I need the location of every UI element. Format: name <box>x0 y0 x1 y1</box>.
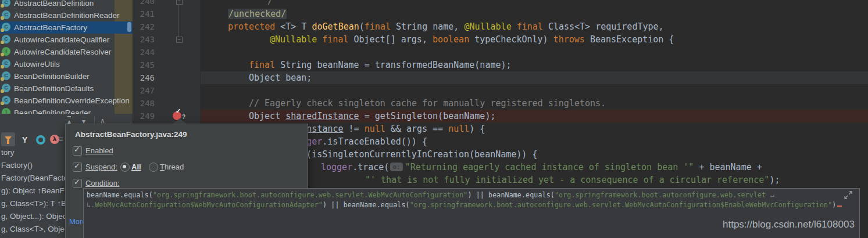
sidebar-item[interactable]: CBeanDefinitionOverrideException <box>0 95 133 107</box>
sidebar-item-label: AbstractBeanDefinition <box>14 0 94 9</box>
code-token: null <box>448 124 469 134</box>
code-token: = getSingleton(beanName); <box>359 111 496 121</box>
code-token: String beanName = transformedBeanName(na… <box>280 60 511 70</box>
csdn-watermark: https://blog.csdn.net/l6108003 <box>723 219 855 230</box>
lock-badge <box>1 77 4 81</box>
condition-checkbox[interactable]: ✓ <box>73 179 82 188</box>
suspend-thread-radio[interactable] <box>149 163 158 172</box>
check-icon: ✓ <box>74 178 80 187</box>
code-token: "Returning eagerly cached instance of si… <box>405 162 694 172</box>
sidebar-item[interactable]: CBeanDefinitionDefaults <box>0 82 133 95</box>
sidebar-item-label: AbstractBeanFactory <box>14 21 87 34</box>
group-methods-icon[interactable]: Y <box>22 135 27 145</box>
list-icon[interactable]: ≡ <box>59 135 63 143</box>
code-token: Object bean; <box>249 73 312 83</box>
breakpoint-check-icon: ✓ <box>176 108 181 114</box>
lock-badge <box>1 102 4 105</box>
line-number: 245 <box>133 59 155 71</box>
enabled-checkbox[interactable]: ✓ <box>73 146 82 156</box>
line-number: 249 <box>133 110 155 122</box>
suspend-row: ✓ Suspend: All Thread <box>66 163 308 173</box>
sidebar-item[interactable]: CAbstractBeanFactory <box>0 21 133 34</box>
code-token: BeansException { <box>590 34 674 45</box>
target-icon[interactable] <box>36 135 45 145</box>
code-token: <T> T <box>280 21 312 32</box>
code-token: null <box>365 124 385 134</box>
sort-visibility-button[interactable] <box>1 132 15 146</box>
code-line: @Nullable final Object[] args, boolean t… <box>270 33 674 46</box>
project-classes-panel[interactable]: CAbstractBeanDefinitionCAbstractBeanDefi… <box>0 0 133 114</box>
code-token: && args == <box>385 124 448 134</box>
code-token: .isTraceEnabled()) { <box>322 136 427 147</box>
code-token: // Eagerly check singleton cache for man… <box>249 98 606 109</box>
code-token: beanName.equals( <box>87 191 153 199</box>
funnel-stem <box>7 140 9 144</box>
code-token: ( <box>359 21 365 32</box>
lock-badge <box>1 4 4 8</box>
lock-badge <box>1 65 4 68</box>
lock-badge <box>1 89 4 93</box>
lambda-icon[interactable]: λ <box>50 135 59 144</box>
sidebar-scrollbar-thumb[interactable] <box>127 22 131 32</box>
expand-editor-icon[interactable] <box>844 191 852 199</box>
enabled-row: ✓ Enabled <box>66 146 308 157</box>
code-line: // Eagerly check singleton cache for man… <box>249 97 606 110</box>
sidebar-item-label: BeanDefinitionOverrideException <box>14 95 130 107</box>
code-line: "' that is not fully initialized yet - a… <box>365 174 780 186</box>
line-number: 243 <box>133 33 155 46</box>
code-line: if (isSingletonCurrentlyInCreation(beanN… <box>291 148 537 161</box>
code-line: logger.trace(o:"Returning eagerly cached… <box>321 161 762 174</box>
sidebar-item-label: AutowireCandidateQualifier <box>14 34 109 46</box>
code-token: final <box>365 21 396 32</box>
code-token: sharedInstance <box>285 111 359 121</box>
sidebar-item[interactable]: IAutowireCandidateResolver <box>0 46 133 58</box>
code-token: "' that is not fully initialized yet - a… <box>365 175 769 185</box>
suspend-all-label: All <box>131 163 141 172</box>
sidebar-item[interactable]: CAbstractBeanDefinition <box>0 0 133 9</box>
code-token: .trace( <box>352 162 389 172</box>
code-token: Object <box>249 111 285 121</box>
code-token: (isSingletonCurrentlyInCreation(beanName… <box>301 149 537 160</box>
fold-marker-icon[interactable]: − <box>176 0 183 5</box>
code-token: logger <box>321 162 352 172</box>
line-number: 241 <box>133 8 155 20</box>
code-token: /unchecked/ <box>228 9 287 19</box>
code-token: ↵ <box>766 191 774 199</box>
line-number: 247 <box>133 84 155 97</box>
sidebar-item[interactable]: CBeanDefinitionBuilder <box>0 70 133 82</box>
sidebar-item-label: BeanDefinitionBuilder <box>14 70 90 82</box>
code-token: .WebMvcAutoConfiguration$WebMvcAutoConfi… <box>91 201 323 209</box>
code-line: Object sharedInstance = getSingleton(bea… <box>249 110 495 122</box>
fold-marker-icon[interactable]: − <box>176 37 183 43</box>
sidebar-item-label: BeanDefinitionDefaults <box>14 82 94 95</box>
code-token: ) { <box>469 124 485 134</box>
intellij-ide-screenshot: − − 240241242243244245246247248249250251… <box>0 0 868 238</box>
suspend-all-radio[interactable] <box>120 163 130 172</box>
sidebar-item[interactable]: CAutowireUtils <box>0 58 133 70</box>
sidebar-item[interactable]: CAutowireCandidateQualifier <box>0 34 133 46</box>
sidebar-item[interactable]: CAbstractBeanDefinitionReader <box>0 9 133 21</box>
code-token: + beanName + <box>694 162 762 172</box>
sidebar-item-label: AbstractBeanDefinitionReader <box>14 9 120 21</box>
line-number: 246 <box>133 71 155 84</box>
suspend-checkbox[interactable]: ✓ <box>73 163 82 172</box>
code-token: doGetBean <box>312 21 359 32</box>
code-token: "org.springframework.boot.autoconfigure.… <box>153 191 467 199</box>
suspend-thread-label: Thread <box>160 163 184 172</box>
code-token: typeCheckOnly) <box>474 34 553 45</box>
code-token: String name, <box>396 21 464 32</box>
line-number: 240 <box>133 0 155 8</box>
line-number: 248 <box>133 97 155 110</box>
enabled-label: Enabled <box>85 146 113 156</box>
lock-badge <box>1 28 4 32</box>
code-token: ) || beanName.equals( <box>467 191 555 199</box>
suspend-label: Suspend: <box>85 163 117 172</box>
line-number: 244 <box>133 46 155 59</box>
lock-badge <box>1 41 4 44</box>
condition-editor[interactable]: beanName.equals("org.springframework.boo… <box>83 188 860 238</box>
code-line: / <box>267 0 273 8</box>
code-token: ); <box>769 175 780 185</box>
code-line: final String beanName = transformedBeanN… <box>249 59 512 71</box>
sidebar-item-label: AutowireCandidateResolver <box>14 46 111 58</box>
code-token: != <box>344 124 365 134</box>
